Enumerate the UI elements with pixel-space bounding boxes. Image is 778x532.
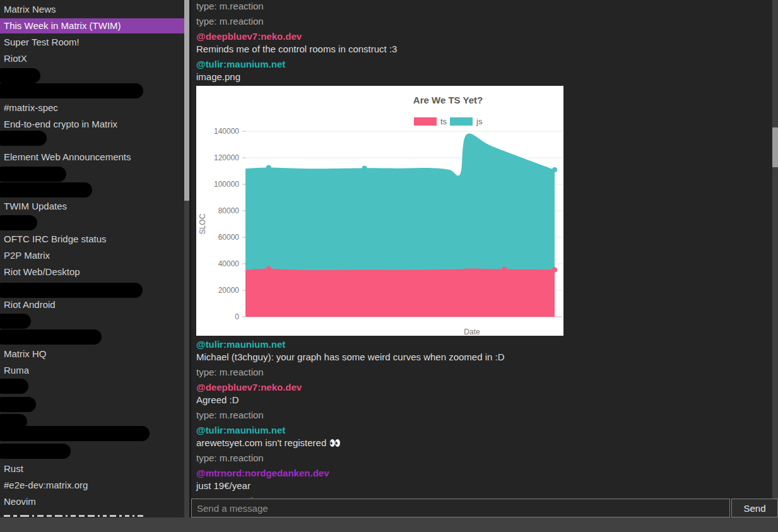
redacted-room-name[interactable]: [0, 167, 66, 182]
redacted-room-name[interactable]: [0, 215, 37, 230]
message-body: image.png: [196, 71, 772, 83]
sidebar-item[interactable]: RiotX: [0, 52, 184, 65]
svg-text:js: js: [476, 117, 483, 126]
redacted-room-name[interactable]: [0, 283, 143, 298]
message-sender[interactable]: @mtrnord:nordgedanken.dev: [196, 467, 772, 480]
svg-text:20000: 20000: [218, 286, 240, 295]
message: @tulir:maunium.netimage.png0200004000060…: [196, 58, 772, 336]
clipped-text-fragment: [88, 515, 95, 517]
redacted-room-name[interactable]: [0, 444, 71, 459]
event-meta-text: type: m.reaction: [196, 409, 772, 422]
sidebar-item[interactable]: Super Test Room!: [0, 36, 184, 49]
room-list-scrollbar[interactable]: [184, 0, 189, 517]
message-input[interactable]: [191, 499, 730, 517]
clipped-text-fragment: [37, 515, 44, 517]
sidebar-item[interactable]: Riot Web/Desktop: [0, 266, 184, 278]
svg-text:Are We TS Yet?: Are We TS Yet?: [413, 95, 483, 105]
message-body: just 19€/year: [196, 480, 772, 492]
send-button[interactable]: Send: [731, 499, 778, 517]
clipped-text-fragment: [55, 515, 62, 517]
sidebar-item[interactable]: Ruma: [0, 364, 184, 377]
sidebar-item[interactable]: #e2e-dev:matrix.org: [0, 479, 184, 492]
svg-text:0: 0: [235, 312, 239, 321]
matrix-client-window: Matrix NewsThis Week in Matrix (TWIM)Sup…: [0, 0, 778, 532]
sidebar-item[interactable]: Matrix HQ: [0, 348, 184, 360]
redacted-room-name[interactable]: [0, 314, 31, 329]
clipped-text-fragment: [138, 515, 143, 517]
message: @deepbluev7:neko.devReminds me of the co…: [196, 30, 772, 56]
clipped-text-fragment: [71, 515, 76, 517]
message-body: arewetsyet.com isn't registered 👀: [196, 437, 772, 449]
redacted-room-name[interactable]: [0, 397, 36, 412]
svg-text:ts: ts: [440, 117, 447, 126]
message: @mtrnord:nordgedanken.devjust 19€/year: [196, 467, 772, 492]
timeline-scrollbar-thumb[interactable]: [772, 127, 778, 167]
clipped-text-fragment: [133, 515, 134, 517]
redacted-room-name[interactable]: [0, 83, 143, 98]
clipped-text-fragment: [13, 515, 17, 517]
message: @tulir:maunium.netMichael (t3chguy): you…: [196, 338, 772, 364]
sidebar-item-selected[interactable]: This Week in Matrix (TWIM): [0, 18, 184, 33]
sidebar-item[interactable]: OFTC IRC Bridge status: [0, 233, 184, 245]
redacted-room-name[interactable]: [0, 379, 28, 394]
sidebar-item[interactable]: Element Web Announcements: [0, 151, 184, 163]
svg-text:80000: 80000: [218, 206, 240, 215]
clipped-text-fragment: [103, 515, 107, 517]
room-list-scrollbar-thumb[interactable]: [184, 0, 189, 201]
clipped-text-fragment: [110, 515, 116, 517]
redacted-room-name[interactable]: [0, 426, 150, 441]
redacted-room-name[interactable]: [0, 182, 92, 198]
bottom-status-strip: [0, 517, 778, 532]
message: @deepbluev7:neko.devAgreed :D: [196, 381, 772, 406]
message-body: Reminds me of the control rooms in const…: [196, 43, 772, 56]
event-meta-text: type: m.reaction: [196, 0, 772, 13]
sidebar-item[interactable]: P2P Matrix: [0, 249, 184, 262]
clipped-text-fragment: [32, 515, 34, 517]
sidebar-item[interactable]: #matrix-spec: [0, 102, 184, 114]
clipped-text-fragment: [125, 515, 129, 517]
are-we-ts-yet-chart: 020000400006000080000100000120000140000A…: [196, 86, 563, 336]
message-sender[interactable]: @deepbluev7:neko.dev: [196, 30, 772, 43]
sidebar-item[interactable]: Matrix News: [0, 3, 184, 16]
event-meta-text: type: m.reaction: [196, 452, 772, 464]
svg-text:60000: 60000: [218, 233, 240, 242]
svg-text:Date: Date: [464, 328, 480, 336]
sidebar-item[interactable]: Rust: [0, 463, 184, 475]
sidebar-item-clipped[interactable]: [4, 512, 146, 517]
event-meta-text: type: m.reaction: [196, 15, 772, 28]
timeline-scrollbar[interactable]: [772, 0, 778, 499]
clipped-text-fragment: [20, 515, 29, 517]
svg-text:40000: 40000: [218, 259, 240, 268]
message-sender[interactable]: @tulir:maunium.net: [196, 424, 772, 437]
message: @tulir:maunium.netarewetsyet.com isn't r…: [196, 424, 772, 449]
attached-chart-image[interactable]: 020000400006000080000100000120000140000A…: [196, 86, 563, 336]
svg-text:100000: 100000: [214, 180, 239, 189]
sidebar-item[interactable]: Riot Android: [0, 299, 184, 311]
message-sender[interactable]: @tulir:maunium.net: [196, 338, 772, 351]
clipped-text-fragment: [119, 515, 122, 517]
clipped-text-fragment: [66, 515, 68, 517]
svg-text:SLOC: SLOC: [198, 213, 207, 234]
message-body: Michael (t3chguy): your graph has some w…: [196, 351, 772, 364]
composer-bar: Send: [191, 499, 778, 517]
message-sender[interactable]: @tulir:maunium.net: [196, 58, 772, 71]
sidebar-item[interactable]: End-to-end crypto in Matrix: [0, 118, 184, 131]
clipped-text-fragment: [4, 515, 10, 517]
svg-text:120000: 120000: [214, 153, 239, 162]
clipped-text-fragment: [79, 515, 85, 517]
svg-text:140000: 140000: [214, 127, 239, 136]
message-body: Agreed :D: [196, 394, 772, 406]
sidebar-item[interactable]: TWIM Updates: [0, 200, 184, 213]
room-list-sidebar: Matrix NewsThis Week in Matrix (TWIM)Sup…: [0, 0, 184, 517]
message-sender[interactable]: @deepbluev7:neko.dev: [196, 381, 772, 394]
redacted-room-name[interactable]: [0, 329, 102, 345]
event-meta-text: type: m.reaction: [196, 366, 772, 379]
clipped-text-fragment: [47, 515, 52, 517]
clipped-text-fragment: [98, 515, 100, 517]
message-timeline: type: m.reactiontype: m.reaction@deepblu…: [191, 0, 772, 499]
sidebar-item[interactable]: Neovim: [0, 495, 184, 508]
redacted-room-name[interactable]: [0, 131, 47, 146]
redacted-room-name[interactable]: [0, 68, 40, 83]
